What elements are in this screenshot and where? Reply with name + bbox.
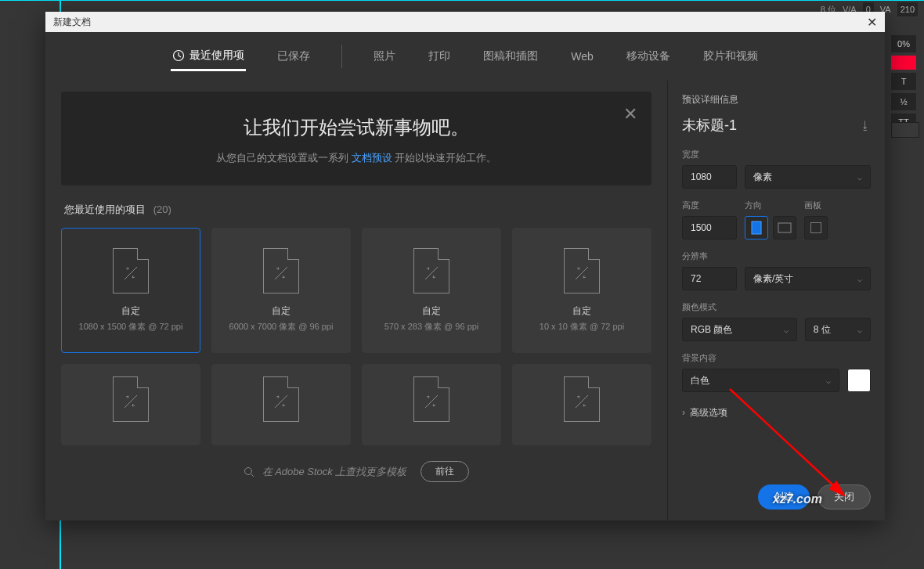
recent-count: (20) (153, 203, 171, 215)
side-dropdown[interactable] (891, 122, 919, 138)
hero-pre: 从您自己的文档设置或一系列 (216, 152, 348, 164)
close-button[interactable]: 关闭 (818, 484, 871, 510)
watermark: xz7.com (773, 492, 822, 506)
hero-post: 开始以快速开始工作。 (395, 152, 496, 164)
tab-print[interactable]: 打印 (427, 43, 452, 70)
artboard-checkbox[interactable] (804, 216, 828, 239)
color-mode-value: RGB 颜色 (691, 323, 732, 337)
fraction-button[interactable]: ½ (891, 93, 916, 110)
details-section-title: 预设详细信息 (682, 93, 871, 106)
document-icon (113, 376, 149, 422)
background-label: 背景内容 (682, 352, 871, 364)
template-card[interactable] (512, 364, 651, 445)
hero-banner: ✕ 让我们开始尝试新事物吧。 从您自己的文档设置或一系列 文档预设 开始以快速开… (61, 92, 651, 185)
artboard-label: 画板 (804, 200, 828, 211)
background-select[interactable]: 白色⌵ (682, 369, 839, 392)
hero-close-icon[interactable]: ✕ (623, 104, 637, 124)
advanced-options-toggle[interactable]: 高级选项 (682, 406, 871, 420)
search-placeholder: 在 Adobe Stock 上查找更多模板 (262, 465, 407, 479)
unit-value: 像素 (753, 171, 772, 184)
tab-separator (341, 45, 342, 68)
dialog-main: ✕ 让我们开始尝试新事物吧。 从您自己的文档设置或一系列 文档预设 开始以快速开… (45, 81, 885, 520)
hero-heading: 让我们开始尝试新事物吧。 (85, 115, 628, 140)
dialog-titlebar[interactable]: 新建文档 ✕ (45, 12, 885, 32)
preset-details-pane: 预设详细信息 未标题-1 ⭳ 宽度 1080 像素⌵ 高度 1500 方向 (667, 81, 885, 520)
chevron-down-icon: ⌵ (857, 326, 862, 334)
chevron-down-icon: ⌵ (857, 173, 862, 182)
side-panel: 0% T ½ TT (891, 35, 919, 134)
card-sub: 570 x 283 像素 @ 96 ppi (384, 321, 479, 333)
pct-button[interactable]: 0% (891, 35, 916, 52)
stock-search-row: 在 Adobe Stock 上查找更多模板 前往 (61, 461, 651, 482)
template-card[interactable]: 自定 10 x 10 像素 @ 72 ppi (512, 228, 651, 353)
hero-link[interactable]: 文档预设 (352, 152, 392, 164)
tab-web[interactable]: Web (569, 44, 595, 69)
template-card[interactable]: 自定 1080 x 1500 像素 @ 72 ppi (61, 228, 200, 353)
card-title: 自定 (272, 304, 291, 318)
chevron-down-icon: ⌵ (784, 326, 789, 334)
template-card[interactable]: 自定 6000 x 7000 像素 @ 96 ppi (211, 228, 351, 353)
document-icon (263, 248, 299, 294)
hero-subtext: 从您自己的文档设置或一系列 文档预设 开始以快速开始工作。 (85, 151, 628, 165)
template-grid: 自定 1080 x 1500 像素 @ 72 ppi 自定 6000 x 700… (61, 228, 651, 445)
chevron-down-icon: ⌵ (857, 275, 862, 283)
document-name-input[interactable]: 未标题-1 (682, 116, 737, 135)
tab-saved[interactable]: 已保存 (276, 43, 312, 70)
orientation-label: 方向 (745, 200, 796, 211)
tab-recent-label: 最近使用项 (189, 49, 244, 63)
search-icon (244, 466, 254, 477)
stock-go-button[interactable]: 前往 (420, 461, 469, 482)
template-card[interactable] (61, 364, 200, 445)
height-label: 高度 (682, 200, 737, 211)
tab-art[interactable]: 图稿和插图 (482, 43, 540, 70)
dialog-title: 新建文档 (53, 16, 91, 29)
tracking-value[interactable]: 210 (897, 2, 918, 16)
chevron-down-icon: ⌵ (826, 376, 831, 385)
card-title: 自定 (422, 304, 441, 318)
document-icon (113, 248, 149, 294)
tab-photo[interactable]: 照片 (372, 43, 397, 70)
template-card[interactable] (362, 364, 501, 445)
resolution-unit-select[interactable]: 像素/英寸⌵ (745, 267, 871, 290)
tab-recent[interactable]: 最近使用项 (171, 42, 246, 71)
resolution-label: 分辨率 (682, 250, 871, 262)
bit-depth-select[interactable]: 8 位⌵ (805, 318, 871, 341)
guide-horizontal (0, 0, 924, 1)
resolution-input[interactable]: 72 (682, 267, 737, 290)
template-card[interactable] (211, 364, 351, 445)
card-sub: 1080 x 1500 像素 @ 72 ppi (79, 321, 183, 333)
document-icon (263, 376, 299, 422)
background-swatch[interactable] (847, 369, 871, 392)
svg-point-1 (244, 467, 251, 474)
background-value: 白色 (691, 374, 709, 387)
orientation-portrait[interactable] (745, 216, 768, 239)
width-input[interactable]: 1080 (682, 165, 737, 189)
color-mode-select[interactable]: RGB 颜色⌵ (682, 318, 797, 341)
template-card[interactable]: 自定 570 x 283 像素 @ 96 ppi (362, 228, 501, 353)
color-swatch-red[interactable] (891, 56, 916, 70)
templates-pane: ✕ 让我们开始尝试新事物吧。 从您自己的文档设置或一系列 文档预设 开始以快速开… (45, 81, 667, 520)
color-mode-label: 颜色模式 (682, 301, 871, 313)
height-input[interactable]: 1500 (682, 216, 737, 239)
category-tabs: 最近使用项 已保存 照片 打印 图稿和插图 Web 移动设备 胶片和视频 (45, 32, 885, 81)
recent-label: 您最近使用的项目 (64, 203, 146, 215)
type-tool[interactable]: T (891, 73, 916, 90)
resolution-unit-value: 像素/英寸 (753, 272, 793, 286)
tab-film[interactable]: 胶片和视频 (702, 43, 760, 70)
bit-depth-value: 8 位 (814, 323, 831, 337)
orientation-landscape[interactable] (773, 216, 796, 239)
svg-rect-3 (778, 223, 791, 232)
document-icon (564, 248, 600, 294)
card-sub: 6000 x 7000 像素 @ 96 ppi (229, 321, 334, 333)
document-icon (564, 376, 600, 422)
new-document-dialog: 新建文档 ✕ 最近使用项 已保存 照片 打印 图稿和插图 Web 移动设备 胶片… (45, 12, 885, 520)
document-icon (413, 248, 449, 294)
document-icon (413, 376, 449, 422)
dialog-close-icon[interactable]: ✕ (867, 15, 877, 30)
save-preset-icon[interactable]: ⭳ (860, 119, 871, 131)
tab-mobile[interactable]: 移动设备 (625, 43, 672, 70)
card-title: 自定 (121, 304, 140, 318)
width-label: 宽度 (682, 149, 871, 160)
stock-search-box[interactable]: 在 Adobe Stock 上查找更多模板 (244, 465, 407, 479)
unit-select[interactable]: 像素⌵ (745, 165, 871, 189)
